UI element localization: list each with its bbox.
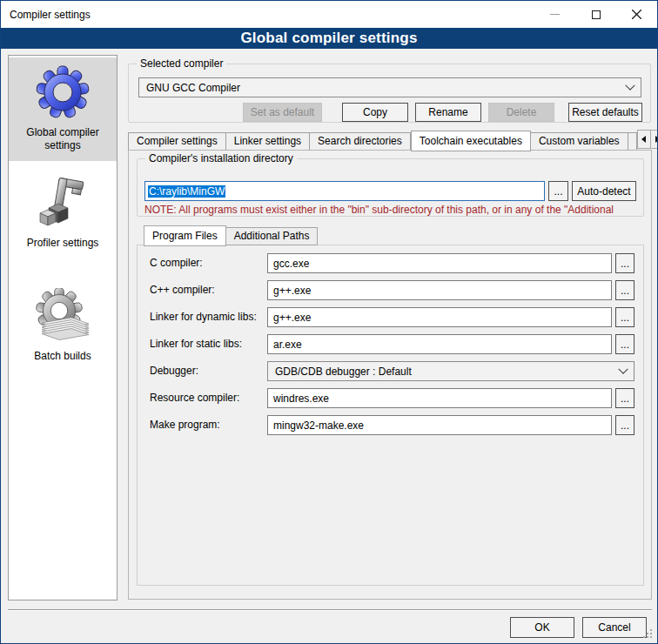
resize-grip[interactable] (643, 629, 645, 631)
compiler-settings-dialog: Compiler settings Global compiler settin… (0, 0, 658, 644)
installation-directory-group: Compiler's installation directory C:\ray… (137, 158, 644, 217)
tab-build-options-clipped[interactable]: Builc (628, 132, 637, 151)
window-controls (534, 1, 657, 28)
field-row-c-compiler: C compiler: ... (150, 253, 637, 273)
chevron-down-icon (625, 80, 634, 90)
delete-button[interactable]: Delete (488, 103, 554, 122)
tab-scroll-arrows (637, 130, 658, 149)
copy-button[interactable]: Copy (342, 103, 408, 122)
sidebar-item-label: Batch builds (34, 350, 91, 363)
installation-directory-input[interactable]: C:\raylib\MinGW (144, 181, 545, 201)
debugger-select[interactable]: GDB/CDB debugger : Default (267, 361, 634, 381)
resource-compiler-input[interactable] (267, 388, 612, 408)
close-icon (632, 10, 641, 19)
arrow-right-icon (655, 136, 658, 143)
compiler-select-value: GNU GCC Compiler (146, 82, 240, 94)
sidebar-item-label: Global compiler settings (11, 126, 114, 152)
compiler-select[interactable]: GNU GCC Compiler (138, 77, 641, 97)
field-row-static-linker: Linker for static libs: ... (150, 334, 637, 354)
make-program-input[interactable] (267, 415, 612, 435)
dialog-banner-title: Global compiler settings (1, 28, 657, 49)
tab-scroll-left-button[interactable] (637, 130, 651, 149)
field-row-make-program: Make program: ... (150, 415, 637, 435)
selected-text: C:\raylib\MinGW (148, 185, 225, 198)
arrow-left-icon (641, 136, 646, 143)
tab-compiler-settings[interactable]: Compiler settings (128, 132, 226, 151)
tab-program-files[interactable]: Program Files (144, 225, 226, 246)
sidebar-item-label: Profiler settings (27, 237, 99, 250)
browse-static-linker-button[interactable]: ... (615, 334, 634, 354)
field-label: C++ compiler: (150, 284, 215, 296)
sidebar-item-batch-builds[interactable]: Batch builds (9, 281, 117, 372)
settings-tabstrip: Compiler settings Linker settings Search… (128, 130, 652, 151)
browse-dynamic-linker-button[interactable]: ... (615, 307, 634, 327)
debugger-select-value: GDB/CDB debugger : Default (275, 366, 412, 378)
set-as-default-button[interactable]: Set as default (243, 103, 322, 122)
reset-defaults-button[interactable]: Reset defaults (568, 103, 642, 122)
field-label: Debugger: (150, 365, 198, 377)
bin-subdirectory-note: NOTE: All programs must exist either in … (144, 204, 641, 216)
tab-additional-paths[interactable]: Additional Paths (226, 227, 319, 245)
blue-gear-icon (35, 64, 91, 120)
compiler-buttons-row: Set as default Copy Rename Delete Reset … (138, 103, 642, 122)
cpp-compiler-input[interactable] (267, 280, 612, 300)
field-label: Resource compiler: (150, 392, 239, 404)
rename-button[interactable]: Rename (415, 103, 481, 122)
field-label: Linker for static libs: (150, 338, 242, 350)
sidebar-item-global-compiler-settings[interactable]: Global compiler settings (9, 57, 117, 161)
window-title: Compiler settings (1, 9, 91, 21)
cancel-button[interactable]: Cancel (582, 617, 647, 638)
chevron-down-icon (618, 364, 628, 373)
minimize-button[interactable] (534, 1, 575, 28)
tab-search-directories[interactable]: Search directories (310, 132, 411, 151)
close-button[interactable] (616, 1, 657, 28)
sidebar-item-profiler-settings[interactable]: Profiler settings (9, 168, 117, 258)
field-row-resource-compiler: Resource compiler: ... (150, 388, 637, 408)
field-label: C compiler: (150, 257, 203, 269)
installation-directory-row: C:\raylib\MinGW ... Auto-detect (144, 181, 636, 201)
tab-toolchain-executables[interactable]: Toolchain executables (411, 131, 531, 151)
tab-scroll-right-button[interactable] (651, 130, 658, 149)
group-label: Selected compiler (137, 57, 226, 70)
field-row-debugger: Debugger: GDB/CDB debugger : Default (150, 361, 637, 381)
auto-detect-button[interactable]: Auto-detect (572, 181, 636, 201)
selected-compiler-group: Selected compiler GNU GCC Compiler Set a… (128, 64, 651, 123)
program-files-tabstrip: Program Files Additional Paths (144, 225, 318, 245)
titlebar[interactable]: Compiler settings (1, 1, 657, 28)
field-label: Linker for dynamic libs: (150, 311, 257, 323)
group-label: Compiler's installation directory (145, 152, 297, 164)
field-row-cpp-compiler: C++ compiler: ... (150, 280, 637, 300)
browse-cpp-compiler-button[interactable]: ... (615, 280, 634, 300)
minimize-icon (550, 14, 560, 15)
maximize-button[interactable] (575, 1, 616, 28)
gray-gear-stack-icon (35, 288, 91, 344)
footer-divider (8, 609, 652, 611)
browse-directory-button[interactable]: ... (548, 181, 568, 201)
settings-category-list: Global compiler settings Profiler (8, 55, 118, 600)
maximize-icon (592, 10, 601, 19)
program-files-page: C compiler: ... C++ compiler: ... Linker… (137, 245, 644, 586)
browse-c-compiler-button[interactable]: ... (615, 253, 634, 273)
ok-button[interactable]: OK (510, 617, 574, 638)
caliper-cubes-icon (35, 175, 91, 231)
c-compiler-input[interactable] (267, 253, 612, 273)
field-row-dynamic-linker: Linker for dynamic libs: ... (150, 307, 637, 327)
toolchain-executables-page: Compiler's installation directory C:\ray… (128, 150, 652, 600)
dynamic-linker-input[interactable] (267, 307, 612, 327)
browse-resource-compiler-button[interactable]: ... (615, 388, 634, 408)
static-linker-input[interactable] (267, 334, 612, 354)
tab-linker-settings[interactable]: Linker settings (226, 132, 310, 151)
field-label: Make program: (150, 419, 220, 431)
tab-custom-variables[interactable]: Custom variables (531, 132, 628, 151)
browse-make-program-button[interactable]: ... (615, 415, 634, 435)
